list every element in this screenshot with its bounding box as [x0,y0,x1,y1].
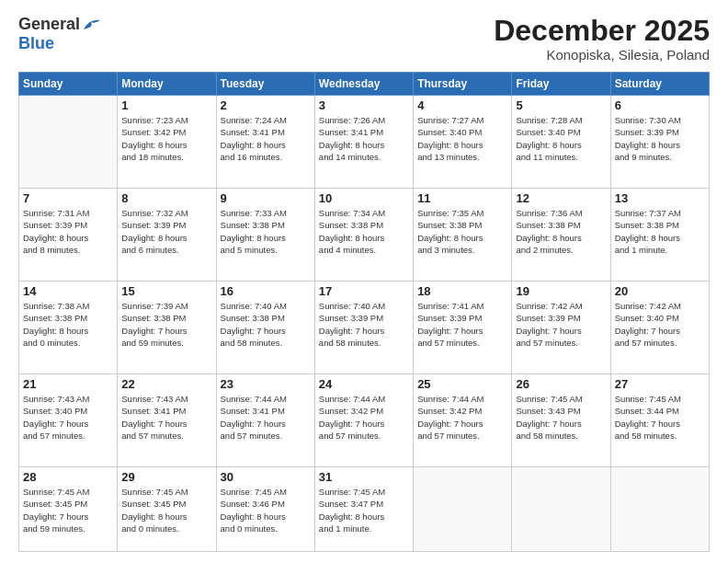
day-number: 10 [319,191,409,205]
calendar-cell: 2Sunrise: 7:24 AMSunset: 3:41 PMDaylight… [216,96,314,189]
cell-info: Sunrise: 7:38 AMSunset: 3:38 PMDaylight:… [23,300,113,349]
cell-info: Sunrise: 7:32 AMSunset: 3:39 PMDaylight:… [121,207,211,256]
calendar-header-row: SundayMondayTuesdayWednesdayThursdayFrid… [19,73,710,96]
cell-info: Sunrise: 7:31 AMSunset: 3:39 PMDaylight:… [23,207,113,256]
cell-info: Sunrise: 7:42 AMSunset: 3:39 PMDaylight:… [516,300,606,349]
day-number: 19 [516,284,606,298]
calendar-week-row: 14Sunrise: 7:38 AMSunset: 3:38 PMDayligh… [19,282,710,374]
cell-info: Sunrise: 7:39 AMSunset: 3:38 PMDaylight:… [121,300,211,349]
day-number: 5 [516,98,606,112]
calendar-cell: 15Sunrise: 7:39 AMSunset: 3:38 PMDayligh… [118,282,216,374]
calendar-cell: 18Sunrise: 7:41 AMSunset: 3:39 PMDayligh… [414,282,512,374]
title-block: December 2025 Konopiska, Silesia, Poland [494,15,710,63]
calendar-cell: 12Sunrise: 7:36 AMSunset: 3:38 PMDayligh… [512,189,610,282]
calendar-day-header: Thursday [414,73,512,96]
calendar-cell: 3Sunrise: 7:26 AMSunset: 3:41 PMDaylight… [314,96,413,189]
calendar-cell: 1Sunrise: 7:23 AMSunset: 3:42 PMDaylight… [118,96,216,189]
calendar-cell: 21Sunrise: 7:43 AMSunset: 3:40 PMDayligh… [19,374,118,467]
calendar-day-header: Saturday [610,73,709,96]
logo: General Blue [18,15,102,53]
calendar-cell: 29Sunrise: 7:45 AMSunset: 3:45 PMDayligh… [118,467,216,552]
cell-info: Sunrise: 7:44 AMSunset: 3:42 PMDaylight:… [417,393,507,442]
calendar-cell: 27Sunrise: 7:45 AMSunset: 3:44 PMDayligh… [610,374,709,467]
day-number: 28 [23,470,113,484]
cell-info: Sunrise: 7:35 AMSunset: 3:38 PMDaylight:… [417,207,507,256]
day-number: 7 [23,191,113,205]
day-number: 24 [319,377,409,391]
logo-blue-text: Blue [18,34,54,53]
calendar-cell: 6Sunrise: 7:30 AMSunset: 3:39 PMDaylight… [610,96,709,189]
calendar-table: SundayMondayTuesdayWednesdayThursdayFrid… [18,72,710,552]
calendar-cell: 25Sunrise: 7:44 AMSunset: 3:42 PMDayligh… [414,374,512,467]
day-number: 9 [221,191,311,205]
calendar-cell [414,467,512,552]
day-number: 20 [615,284,705,298]
day-number: 25 [417,377,507,391]
calendar-cell: 20Sunrise: 7:42 AMSunset: 3:40 PMDayligh… [610,282,709,374]
day-number: 29 [121,470,211,484]
day-number: 14 [23,284,113,298]
calendar-cell: 22Sunrise: 7:43 AMSunset: 3:41 PMDayligh… [118,374,216,467]
calendar-day-header: Friday [512,73,610,96]
calendar-cell: 7Sunrise: 7:31 AMSunset: 3:39 PMDaylight… [19,189,118,282]
cell-info: Sunrise: 7:30 AMSunset: 3:39 PMDaylight:… [615,114,705,163]
calendar-day-header: Tuesday [216,73,314,96]
cell-info: Sunrise: 7:26 AMSunset: 3:41 PMDaylight:… [319,114,409,163]
cell-info: Sunrise: 7:45 AMSunset: 3:45 PMDaylight:… [121,486,211,534]
cell-info: Sunrise: 7:40 AMSunset: 3:39 PMDaylight:… [319,300,409,349]
calendar-day-header: Monday [118,73,216,96]
calendar-cell: 4Sunrise: 7:27 AMSunset: 3:40 PMDaylight… [414,96,512,189]
cell-info: Sunrise: 7:44 AMSunset: 3:41 PMDaylight:… [221,393,311,442]
day-number: 23 [221,377,311,391]
calendar-cell: 5Sunrise: 7:28 AMSunset: 3:40 PMDaylight… [512,96,610,189]
calendar-cell [512,467,610,552]
calendar-day-header: Sunday [19,73,118,96]
calendar-week-row: 28Sunrise: 7:45 AMSunset: 3:45 PMDayligh… [19,467,710,552]
day-number: 2 [221,98,311,112]
calendar-cell: 8Sunrise: 7:32 AMSunset: 3:39 PMDaylight… [118,189,216,282]
cell-info: Sunrise: 7:43 AMSunset: 3:40 PMDaylight:… [23,393,113,442]
calendar-cell: 10Sunrise: 7:34 AMSunset: 3:38 PMDayligh… [314,189,413,282]
calendar-cell: 23Sunrise: 7:44 AMSunset: 3:41 PMDayligh… [216,374,314,467]
day-number: 4 [417,98,507,112]
calendar-cell: 31Sunrise: 7:45 AMSunset: 3:47 PMDayligh… [314,467,413,552]
cell-info: Sunrise: 7:36 AMSunset: 3:38 PMDaylight:… [516,207,606,256]
calendar-cell: 30Sunrise: 7:45 AMSunset: 3:46 PMDayligh… [216,467,314,552]
logo-bird-icon [82,17,102,33]
cell-info: Sunrise: 7:45 AMSunset: 3:43 PMDaylight:… [516,393,606,442]
day-number: 31 [319,470,409,484]
day-number: 6 [615,98,705,112]
calendar-cell [610,467,709,552]
cell-info: Sunrise: 7:43 AMSunset: 3:41 PMDaylight:… [121,393,211,442]
calendar-cell: 28Sunrise: 7:45 AMSunset: 3:45 PMDayligh… [19,467,118,552]
cell-info: Sunrise: 7:42 AMSunset: 3:40 PMDaylight:… [615,300,705,349]
calendar-cell: 19Sunrise: 7:42 AMSunset: 3:39 PMDayligh… [512,282,610,374]
day-number: 17 [319,284,409,298]
calendar-cell: 9Sunrise: 7:33 AMSunset: 3:38 PMDaylight… [216,189,314,282]
day-number: 12 [516,191,606,205]
cell-info: Sunrise: 7:45 AMSunset: 3:44 PMDaylight:… [615,393,705,442]
day-number: 26 [516,377,606,391]
day-number: 3 [319,98,409,112]
month-year-title: December 2025 [494,15,710,47]
calendar-cell: 11Sunrise: 7:35 AMSunset: 3:38 PMDayligh… [414,189,512,282]
day-number: 18 [417,284,507,298]
page: General Blue December 2025 Konopiska, Si… [0,0,728,563]
calendar-cell: 17Sunrise: 7:40 AMSunset: 3:39 PMDayligh… [314,282,413,374]
cell-info: Sunrise: 7:45 AMSunset: 3:47 PMDaylight:… [319,486,409,534]
day-number: 16 [221,284,311,298]
cell-info: Sunrise: 7:28 AMSunset: 3:40 PMDaylight:… [516,114,606,163]
cell-info: Sunrise: 7:44 AMSunset: 3:42 PMDaylight:… [319,393,409,442]
calendar-week-row: 21Sunrise: 7:43 AMSunset: 3:40 PMDayligh… [19,374,710,467]
cell-info: Sunrise: 7:41 AMSunset: 3:39 PMDaylight:… [417,300,507,349]
calendar-cell: 13Sunrise: 7:37 AMSunset: 3:38 PMDayligh… [610,189,709,282]
calendar-cell: 16Sunrise: 7:40 AMSunset: 3:38 PMDayligh… [216,282,314,374]
calendar-cell [19,96,118,189]
location-subtitle: Konopiska, Silesia, Poland [494,47,710,63]
cell-info: Sunrise: 7:34 AMSunset: 3:38 PMDaylight:… [319,207,409,256]
day-number: 11 [417,191,507,205]
cell-info: Sunrise: 7:27 AMSunset: 3:40 PMDaylight:… [417,114,507,163]
calendar-cell: 24Sunrise: 7:44 AMSunset: 3:42 PMDayligh… [314,374,413,467]
cell-info: Sunrise: 7:37 AMSunset: 3:38 PMDaylight:… [615,207,705,256]
cell-info: Sunrise: 7:40 AMSunset: 3:38 PMDaylight:… [221,300,311,349]
